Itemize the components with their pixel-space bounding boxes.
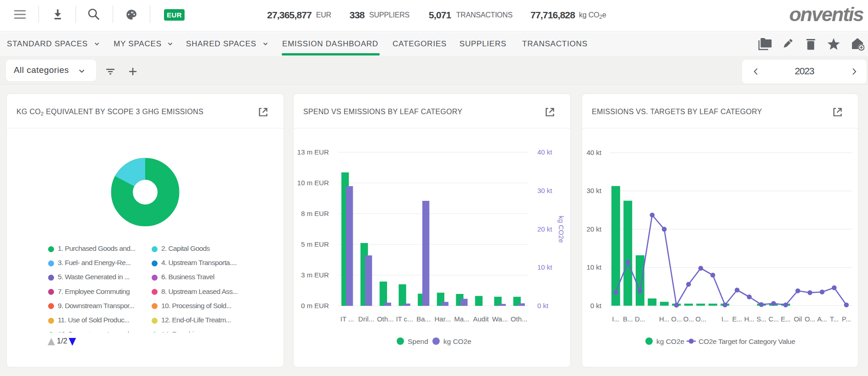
svg-text:O...: O... — [805, 315, 815, 323]
svg-text:kg CO2e: kg CO2e — [443, 337, 471, 345]
svg-text:40 kt: 40 kt — [537, 148, 552, 156]
svg-text:Spend: Spend — [408, 337, 428, 345]
svg-text:T...: T... — [830, 315, 839, 323]
svg-text:13 m EUR: 13 m EUR — [297, 148, 329, 156]
svg-text:Dril...: Dril... — [358, 315, 374, 323]
svg-text:20 kt: 20 kt — [586, 225, 601, 233]
svg-text:A...: A... — [817, 315, 827, 323]
svg-text:H...: H... — [744, 315, 754, 323]
svg-text:D...: D... — [635, 315, 645, 323]
svg-text:5 m EUR: 5 m EUR — [301, 240, 329, 248]
svg-text:10 kt: 10 kt — [537, 263, 552, 271]
svg-text:Oil: Oil — [794, 315, 802, 323]
svg-text:30 kt: 30 kt — [537, 187, 552, 194]
svg-text:H...: H... — [659, 315, 669, 323]
svg-text:O...: O... — [671, 315, 682, 323]
svg-text:IT ...: IT ... — [340, 315, 354, 323]
svg-text:0 kt: 0 kt — [590, 302, 602, 310]
svg-text:20 kt: 20 kt — [537, 225, 552, 233]
svg-text:3 m EUR: 3 m EUR — [301, 271, 329, 279]
svg-text:10 m EUR: 10 m EUR — [297, 179, 329, 187]
svg-text:10 kt: 10 kt — [586, 263, 601, 271]
svg-text:0 m EUR: 0 m EUR — [301, 302, 329, 310]
svg-text:kg CO2e: kg CO2e — [557, 216, 565, 243]
svg-text:Oth...: Oth... — [377, 315, 394, 323]
svg-text:Ba...: Ba... — [416, 315, 431, 323]
svg-text:O...: O... — [695, 315, 706, 323]
svg-text:Wa...: Wa... — [492, 315, 508, 323]
svg-text:B...: B... — [623, 315, 633, 323]
svg-text:30 kt: 30 kt — [586, 187, 601, 194]
svg-text:S...: S... — [756, 315, 766, 323]
svg-text:8 m EUR: 8 m EUR — [301, 210, 329, 217]
svg-text:P...: P... — [842, 315, 851, 323]
svg-text:CO2e Target for Category Value: CO2e Target for Category Value — [699, 337, 795, 345]
svg-text:E...: E... — [781, 315, 790, 323]
svg-text:C...: C... — [769, 315, 779, 323]
svg-text:kg CO2e: kg CO2e — [656, 337, 684, 345]
svg-text:40 kt: 40 kt — [586, 149, 601, 156]
svg-text:Oth...: Oth... — [511, 315, 528, 323]
svg-text:Ma...: Ma... — [454, 315, 469, 323]
svg-text:I...: I... — [612, 315, 619, 323]
svg-text:I...: I... — [721, 315, 729, 323]
svg-text:E...: E... — [732, 315, 742, 323]
svg-text:0 kt: 0 kt — [537, 302, 549, 310]
svg-text:Audit: Audit — [473, 315, 489, 323]
svg-text:O...: O... — [683, 315, 694, 323]
svg-text:Har...: Har... — [434, 315, 451, 323]
svg-text:IT c...: IT c... — [396, 315, 413, 323]
